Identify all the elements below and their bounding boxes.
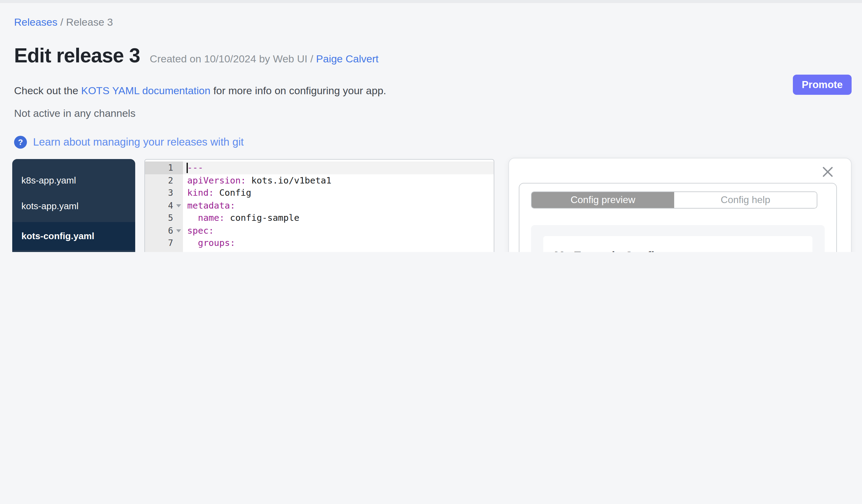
code-line[interactable]: 6spec: [145, 224, 494, 237]
edit-release-page: Releases / Release 3 Edit release 3 Crea… [0, 0, 862, 252]
preview-tabs: Config preview Config help [531, 191, 817, 209]
breadcrumb: Releases / Release 3 [14, 16, 113, 29]
file-list: k8s-app.yamlkots-app.yamlkots-config.yam… [12, 159, 135, 252]
code-line[interactable]: 1--- [145, 161, 494, 174]
code-line[interactable]: 5 name: config-sample [145, 212, 494, 224]
created-text: Created on 10/10/2024 by Web UI / Paige … [150, 53, 379, 65]
file-name: k8s-app.yaml [22, 173, 76, 188]
line-number: 5 [145, 212, 183, 224]
line-number: 1 [145, 161, 183, 174]
config-group-title: My Example Config [554, 250, 801, 252]
info-text: Check out the KOTS YAML documentation fo… [14, 85, 386, 97]
config-card: My Example Config Customize Text Inputs … [543, 236, 812, 252]
file-name: kots-app.yaml [22, 199, 79, 213]
code-line[interactable]: 8 - name: example_settings [145, 249, 494, 252]
sidebar-item-k8s-app.yaml[interactable]: k8s-app.yaml [12, 168, 135, 193]
line-number: 8 [145, 249, 183, 252]
breadcrumb-separator: / [57, 16, 66, 28]
code-line[interactable]: 4metadata: [145, 199, 494, 212]
author-link[interactable]: Paige Calvert [316, 53, 378, 65]
sidebar-item-kots-app.yaml[interactable]: kots-app.yaml [12, 193, 135, 219]
preview-viewport: My Example Config Customize Text Inputs … [531, 225, 825, 252]
config-preview-panel: Config preview Config help My Example Co… [508, 158, 852, 252]
preview-inner-box: Config preview Config help My Example Co… [519, 183, 837, 252]
file-name: kots-config.yaml [22, 229, 94, 243]
line-number: 3 [145, 187, 183, 199]
line-number: 4 [145, 199, 183, 212]
fold-icon[interactable] [176, 204, 181, 207]
text-cursor [186, 163, 187, 173]
promote-button[interactable]: Promote [793, 75, 852, 95]
file-sidebar: k8s-app.yamlkots-app.yamlkots-config.yam… [12, 159, 135, 252]
breadcrumb-current: Release 3 [66, 16, 113, 28]
code-line[interactable]: 3kind: Config [145, 187, 494, 199]
code-line[interactable]: 2apiVersion: kots.io/v1beta1 [145, 174, 494, 187]
yaml-editor[interactable]: 1---2apiVersion: kots.io/v1beta13kind: C… [144, 159, 494, 252]
kots-yaml-docs-link[interactable]: KOTS YAML documentation [81, 85, 210, 97]
channel-status: Not active in any channels [14, 108, 135, 120]
top-strip [0, 0, 862, 3]
tab-config-preview[interactable]: Config preview [532, 192, 674, 208]
title-row: Edit release 3 Created on 10/10/2024 by … [14, 44, 378, 67]
code-line[interactable]: 7 groups: [145, 237, 494, 249]
fold-icon[interactable] [176, 229, 181, 232]
git-help-row: ? Learn about managing your releases wit… [14, 136, 244, 149]
line-number: 6 [145, 224, 183, 237]
page-title: Edit release 3 [14, 44, 140, 67]
sidebar-item-kots-config.yaml[interactable]: kots-config.yaml [12, 222, 135, 250]
question-icon[interactable]: ? [14, 136, 27, 149]
line-number: 2 [145, 174, 183, 187]
close-icon[interactable] [822, 166, 834, 178]
breadcrumb-releases-link[interactable]: Releases [14, 16, 57, 28]
git-releases-link[interactable]: Learn about managing your releases with … [33, 136, 244, 149]
code-lines: 1---2apiVersion: kots.io/v1beta13kind: C… [145, 161, 494, 252]
line-number: 7 [145, 237, 183, 249]
tab-config-help[interactable]: Config help [674, 192, 817, 208]
